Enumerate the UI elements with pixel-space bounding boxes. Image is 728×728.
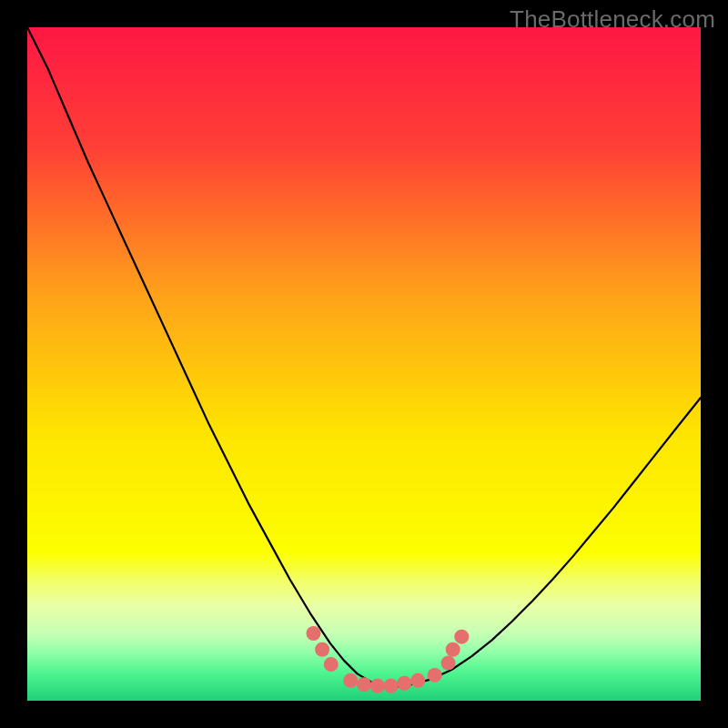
watermark-label: TheBottleneck.com bbox=[510, 5, 715, 34]
plot-area bbox=[27, 27, 701, 701]
chart-canvas bbox=[27, 27, 701, 701]
chart-frame: TheBottleneck.com bbox=[0, 0, 728, 728]
